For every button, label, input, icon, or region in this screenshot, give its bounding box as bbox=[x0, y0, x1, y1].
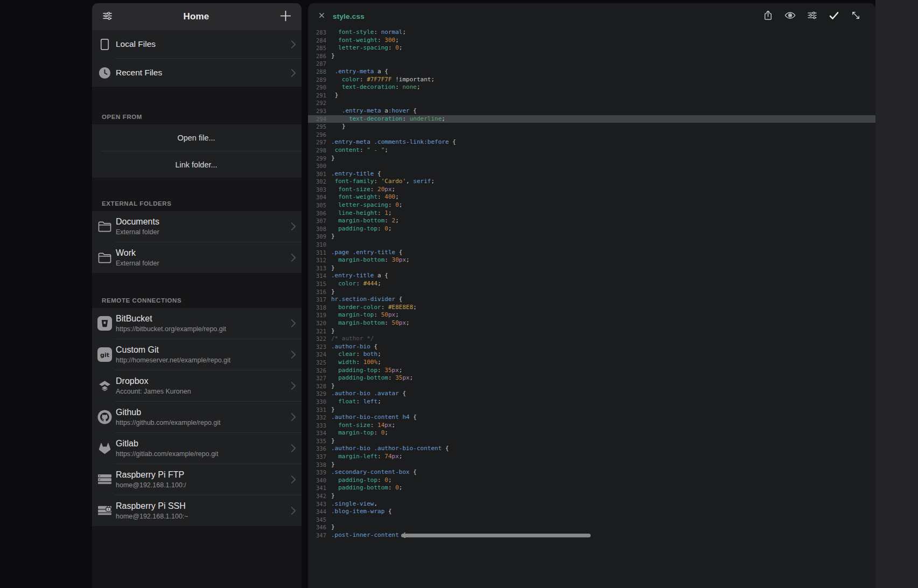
document-icon bbox=[96, 38, 113, 51]
info-button[interactable] bbox=[282, 416, 284, 418]
line-number: 338 bbox=[308, 461, 326, 469]
expand-button[interactable] bbox=[849, 9, 863, 24]
folder-work[interactable]: Work External folder bbox=[92, 242, 302, 273]
expand-icon bbox=[850, 10, 861, 23]
tab-style-css[interactable]: style.css bbox=[317, 11, 365, 22]
code-line: 307 margin-bottom: 2; bbox=[308, 217, 875, 225]
info-button[interactable] bbox=[282, 323, 284, 325]
info-button[interactable] bbox=[282, 510, 284, 512]
code-text: float: left; bbox=[331, 398, 381, 406]
sidebar-settings-button[interactable] bbox=[100, 8, 115, 25]
settings-sliders-button[interactable] bbox=[805, 9, 819, 24]
code-line: 289 color: #7F7F7F !important; bbox=[308, 76, 875, 84]
code-text: content: " - "; bbox=[331, 146, 388, 155]
code-line: 314.entry-title a { bbox=[308, 272, 875, 280]
connection-github[interactable]: Github https://github.com/example/repo.g… bbox=[92, 402, 302, 432]
sidebar-item-local-files[interactable]: Local Files bbox=[92, 30, 302, 58]
code-line: 328} bbox=[308, 382, 875, 390]
code-line: 304 font-weight: 400; bbox=[308, 193, 875, 201]
line-number: 333 bbox=[308, 422, 326, 430]
svg-text:git: git bbox=[100, 352, 109, 359]
code-text: text-decoration: none; bbox=[331, 83, 421, 92]
code-text: .author-bio-content h4 { bbox=[331, 414, 417, 422]
close-tab-button[interactable] bbox=[317, 11, 326, 22]
line-number: 312 bbox=[308, 256, 326, 264]
line-number: 301 bbox=[308, 170, 326, 178]
code-text: .blog-item-wrap { bbox=[331, 508, 392, 516]
chevron-right-icon bbox=[290, 381, 296, 391]
tab-filename: style.css bbox=[333, 12, 365, 20]
code-text: margin-bottom: 30px; bbox=[331, 256, 410, 264]
sidebar-filler bbox=[92, 526, 302, 588]
line-number: 334 bbox=[308, 429, 326, 437]
code-line: 284 font-weight: 300; bbox=[308, 37, 875, 45]
code-line: 342} bbox=[308, 492, 875, 500]
code-line: 345 bbox=[308, 516, 875, 524]
row-title: Work bbox=[116, 248, 289, 258]
line-number: 326 bbox=[308, 367, 326, 375]
page-title: Home bbox=[115, 11, 277, 22]
sidebar-item-recent-files[interactable]: Recent Files bbox=[92, 59, 302, 87]
code-line: 330 float: left; bbox=[308, 398, 875, 406]
line-number: 295 bbox=[308, 123, 326, 131]
code-line: 332.author-bio-content h4 { bbox=[308, 414, 875, 422]
code-line: 337 margin-left: 74px; bbox=[308, 453, 875, 461]
info-button[interactable] bbox=[282, 479, 284, 481]
line-number: 319 bbox=[308, 311, 326, 319]
code-line: 305 letter-spacing: 0; bbox=[308, 201, 875, 209]
code-line: 324 clear: both; bbox=[308, 351, 875, 359]
code-text: text-decoration: underline; bbox=[331, 115, 445, 123]
code-text: } bbox=[331, 461, 335, 469]
current-line: 294 text-decoration: underline; bbox=[308, 115, 875, 123]
info-button[interactable] bbox=[282, 385, 284, 387]
code-line: 303 font-size: 20px; bbox=[308, 186, 875, 194]
code-line: 317hr.section-divider { bbox=[308, 296, 875, 304]
code-line: 338} bbox=[308, 461, 875, 469]
connection-raspberry-pi-ftp[interactable]: Raspberry Pi FTP home@192.168.1.100:/ bbox=[92, 464, 302, 495]
preview-eye-button[interactable] bbox=[783, 8, 797, 24]
row-title: Custom Git bbox=[116, 345, 282, 355]
row-subtitle: External folder bbox=[116, 228, 289, 236]
line-number: 327 bbox=[308, 374, 326, 382]
open-file-button[interactable]: Open file... bbox=[92, 124, 302, 151]
code-text: .author-bio .avatar { bbox=[331, 390, 406, 398]
line-number: 283 bbox=[308, 29, 326, 37]
connection-gitlab[interactable]: Gitlab https://gitlab.com/example/repo.g… bbox=[92, 433, 302, 464]
row-title: Raspberry Pi SSH bbox=[116, 501, 282, 512]
link-folder-button[interactable]: Link folder... bbox=[92, 151, 302, 178]
line-number: 343 bbox=[308, 500, 326, 508]
connection-dropbox[interactable]: Dropbox Account: James Kuronen bbox=[92, 370, 302, 401]
code-line: 318 border-color: #E8E8E8; bbox=[308, 304, 875, 312]
info-button[interactable] bbox=[282, 447, 284, 450]
share-button[interactable] bbox=[761, 9, 775, 24]
clock-icon bbox=[96, 66, 113, 80]
line-number: 297 bbox=[308, 138, 326, 146]
horizontal-scrollbar[interactable] bbox=[401, 534, 591, 537]
code-line: 315 color: #444; bbox=[308, 280, 875, 288]
line-number: 291 bbox=[308, 92, 326, 100]
chevron-right-icon bbox=[290, 349, 296, 360]
connection-custom-git[interactable]: git Custom Git http://homeserver.net/exa… bbox=[92, 339, 302, 370]
section-label-external-folders: EXTERNAL FOLDERS bbox=[102, 200, 172, 207]
code-text: .entry-title { bbox=[331, 170, 381, 178]
code-text: hr.section-divider { bbox=[331, 296, 402, 304]
code-line: 300 bbox=[308, 162, 875, 170]
code-area[interactable]: 283 font-style: normal;284 font-weight: … bbox=[308, 27, 875, 540]
info-button[interactable] bbox=[282, 354, 284, 356]
code-text: .entry-meta .comments-link:before { bbox=[331, 138, 456, 146]
code-line: 319 margin-top: 50px; bbox=[308, 311, 875, 319]
code-line: 344.blog-item-wrap { bbox=[308, 508, 875, 516]
code-line: 320 margin-bottom: 50px; bbox=[308, 319, 875, 327]
row-subtitle: Account: James Kuronen bbox=[116, 387, 282, 396]
add-connection-button[interactable] bbox=[277, 8, 294, 26]
connection-raspberry-pi-ssh[interactable]: Raspberry Pi SSH home@192.168.1.100:~ bbox=[92, 495, 302, 526]
chevron-right-icon bbox=[290, 474, 296, 485]
code-text: font-family: 'Cardo', serif; bbox=[331, 178, 435, 186]
code-line: 339.secondary-content-box { bbox=[308, 468, 875, 477]
checkmark-button[interactable] bbox=[827, 9, 841, 24]
line-number: 330 bbox=[308, 398, 326, 406]
line-number: 298 bbox=[308, 146, 326, 155]
connection-bitbucket[interactable]: BitBucket https://bitbucket.org/example/… bbox=[92, 308, 302, 339]
folder-documents[interactable]: Documents External folder bbox=[92, 211, 302, 242]
code-line: 309} bbox=[308, 233, 875, 241]
